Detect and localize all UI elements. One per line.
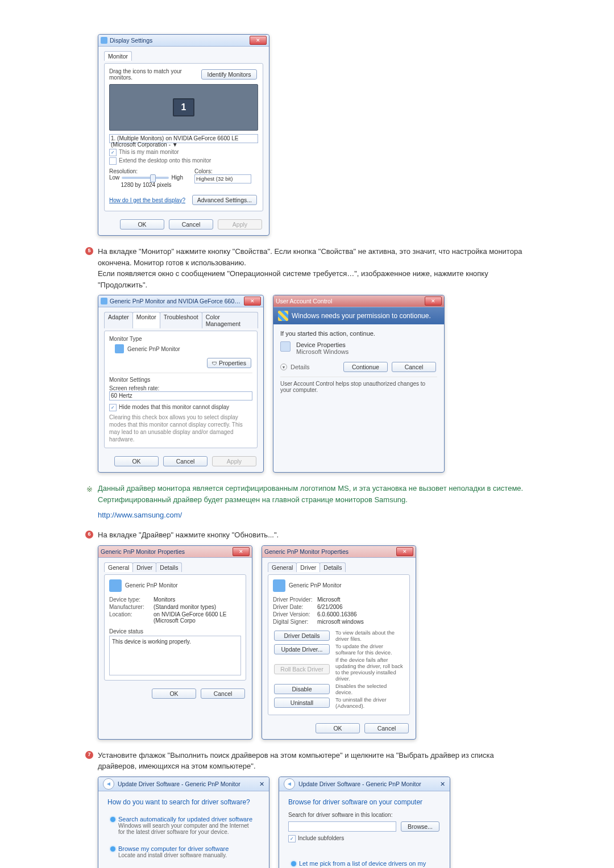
titlebar[interactable]: User Account Control ✕ bbox=[273, 295, 444, 307]
close-icon[interactable]: ✕ bbox=[244, 297, 261, 306]
tab-general[interactable]: General bbox=[104, 562, 133, 572]
tab-details[interactable]: Details bbox=[320, 562, 346, 572]
titlebar[interactable]: Generic PnP Monitor and NVIDIA GeForce 6… bbox=[98, 295, 263, 307]
ok-button[interactable]: OK bbox=[120, 219, 164, 229]
update-driver-button[interactable]: Update Driver... bbox=[274, 644, 330, 654]
close-icon[interactable]: ✕ bbox=[440, 781, 445, 787]
window-title: User Account Control bbox=[276, 298, 422, 304]
arrow-icon bbox=[291, 861, 296, 866]
titlebar[interactable]: Generic PnP Monitor Properties ✕ bbox=[98, 546, 252, 558]
tab-monitor[interactable]: Monitor bbox=[104, 51, 132, 61]
update-driver-wizard-2: ◄ Update Driver Software - Generic PnP M… bbox=[279, 777, 450, 869]
refresh-rate-dropdown[interactable]: 60 Hertz bbox=[109, 391, 252, 400]
driver-details-button[interactable]: Driver Details bbox=[274, 631, 330, 641]
monitor-type-value: Generic PnP Monitor bbox=[127, 346, 180, 352]
browse-my-computer-item[interactable]: Browse my computer for driver software L… bbox=[107, 841, 260, 862]
rollback-driver-hint: If the device fails after updating the d… bbox=[335, 657, 405, 682]
cancel-button[interactable]: Cancel bbox=[163, 456, 208, 466]
device-name: Generic PnP Monitor bbox=[289, 582, 342, 589]
ok-button[interactable]: OK bbox=[152, 688, 196, 699]
resolution-value: 1280 by 1024 pixels bbox=[109, 182, 183, 188]
shield-icon: 🛡 bbox=[212, 361, 217, 366]
version-label: Driver Version: bbox=[273, 611, 313, 617]
close-icon[interactable]: ✕ bbox=[233, 547, 250, 556]
best-display-link[interactable]: How do I get the best display? bbox=[109, 197, 185, 203]
main-monitor-checkbox[interactable]: ✓ bbox=[109, 149, 117, 156]
tab-adapter[interactable]: Adapter bbox=[104, 312, 133, 328]
include-subfolders-label: Include subfolders bbox=[298, 835, 344, 841]
search-automatically-item[interactable]: Search automatically for updated driver … bbox=[107, 812, 260, 839]
apply-button: Apply bbox=[218, 219, 262, 229]
date-value: 6/21/2006 bbox=[317, 604, 405, 610]
let-me-pick-item[interactable]: Let me pick from a list of device driver… bbox=[288, 856, 441, 869]
close-icon[interactable]: ✕ bbox=[425, 297, 442, 306]
close-icon[interactable]: ✕ bbox=[250, 36, 267, 45]
uninstall-hint: To uninstall the driver (Advanced). bbox=[335, 696, 405, 709]
wizard-title-crumb: Update Driver Software - Generic PnP Mon… bbox=[118, 781, 240, 787]
tab-troubleshoot[interactable]: Troubleshoot bbox=[160, 312, 202, 328]
extend-desktop-label: Extend the desktop onto this monitor bbox=[119, 157, 211, 164]
uninstall-button[interactable]: Uninstall bbox=[274, 698, 330, 708]
colors-dropdown[interactable]: Highest (32 bit) bbox=[194, 174, 251, 183]
include-subfolders-checkbox[interactable]: ✓ bbox=[288, 835, 296, 842]
step-6-text: На вкладке "Драйвер" нажмите кнопку "Обн… bbox=[98, 529, 529, 541]
note-line-2: Сертифицированный драйвер будет размещен… bbox=[98, 494, 529, 506]
location-value: on NVIDIA GeForce 6600 LE (Microsoft Cor… bbox=[154, 611, 241, 624]
cancel-button[interactable]: Cancel bbox=[392, 362, 436, 372]
identify-monitors-button[interactable]: Identify Monitors bbox=[201, 69, 257, 80]
tab-driver[interactable]: Driver bbox=[296, 562, 320, 572]
step-5-row: 5 На вкладке "Монитор" нажмите кнопку "С… bbox=[85, 246, 529, 290]
monitor-dropdown[interactable]: 1. (Multiple Monitors) on NVIDIA GeForce… bbox=[109, 134, 258, 143]
close-icon[interactable]: ✕ bbox=[396, 547, 413, 556]
monitor-properties-button[interactable]: 🛡 Properties bbox=[207, 358, 251, 368]
cancel-button[interactable]: Cancel bbox=[201, 688, 245, 699]
display-settings-dialog: Display Settings ✕ Monitor Drag the icon… bbox=[98, 34, 269, 236]
monitor-1-icon[interactable]: 1 bbox=[173, 98, 194, 116]
tab-color-management[interactable]: Color Management bbox=[202, 312, 258, 328]
advanced-settings-button[interactable]: Advanced Settings... bbox=[192, 195, 257, 205]
tab-details[interactable]: Details bbox=[156, 562, 182, 572]
cancel-button[interactable]: Cancel bbox=[169, 219, 213, 229]
titlebar[interactable]: Display Settings ✕ bbox=[98, 35, 269, 47]
tab-driver[interactable]: Driver bbox=[132, 562, 156, 572]
window-title: Generic PnP Monitor and NVIDIA GeForce 6… bbox=[110, 298, 242, 304]
resolution-slider[interactable] bbox=[122, 177, 169, 179]
back-arrow-icon[interactable]: ◄ bbox=[103, 778, 114, 790]
colors-label: Colors: bbox=[194, 168, 251, 174]
arrow-icon bbox=[110, 846, 115, 852]
close-icon[interactable]: ✕ bbox=[259, 781, 264, 787]
search-path-input[interactable] bbox=[288, 821, 396, 832]
monitor-settings-label: Monitor Settings bbox=[109, 377, 252, 383]
wizard-heading: How do you want to search for driver sof… bbox=[107, 798, 260, 806]
titlebar[interactable]: Generic PnP Monitor Properties ✕ bbox=[262, 546, 416, 558]
monitor-type-label: Monitor Type bbox=[109, 336, 252, 342]
disable-button[interactable]: Disable bbox=[274, 684, 330, 694]
cancel-button[interactable]: Cancel bbox=[364, 723, 409, 733]
step-6-badge: 6 bbox=[85, 531, 93, 539]
continue-button[interactable]: Contionue bbox=[343, 362, 388, 372]
update-driver-hint: To update the driver software for this d… bbox=[335, 643, 405, 656]
publisher-label: Microsoft Windows bbox=[296, 348, 349, 355]
manufacturer-value: (Standard monitor types) bbox=[154, 604, 241, 610]
hide-modes-checkbox[interactable]: ✓ bbox=[109, 404, 117, 411]
back-arrow-icon[interactable]: ◄ bbox=[284, 778, 295, 790]
note-line-1: Данный драйвер монитора является сертифи… bbox=[98, 483, 529, 494]
signer-label: Digital Signer: bbox=[273, 619, 313, 625]
extend-desktop-checkbox[interactable] bbox=[109, 157, 117, 165]
devtype-value: Monitors bbox=[154, 596, 241, 603]
window-title: Generic PnP Monitor Properties bbox=[264, 548, 394, 555]
details-expander[interactable]: ▾ Details bbox=[280, 364, 310, 370]
display-icon bbox=[101, 37, 107, 44]
tab-monitor[interactable]: Monitor bbox=[132, 312, 160, 328]
samsung-link[interactable]: http://www.samsung.com/ bbox=[98, 511, 182, 519]
ok-button[interactable]: OK bbox=[316, 723, 360, 733]
shield-icon bbox=[278, 311, 288, 321]
note-asterisk-icon: ※ bbox=[85, 484, 93, 495]
ok-button[interactable]: OK bbox=[114, 456, 159, 466]
browse-button[interactable]: Browse... bbox=[401, 821, 439, 832]
res-high: High bbox=[171, 174, 183, 181]
note-row: ※ Данный драйвер монитора является серти… bbox=[85, 483, 529, 505]
tab-general[interactable]: General bbox=[268, 562, 297, 572]
provider-label: Driver Provider: bbox=[273, 596, 313, 603]
monitor-arrangement-area[interactable]: 1 bbox=[109, 84, 258, 131]
